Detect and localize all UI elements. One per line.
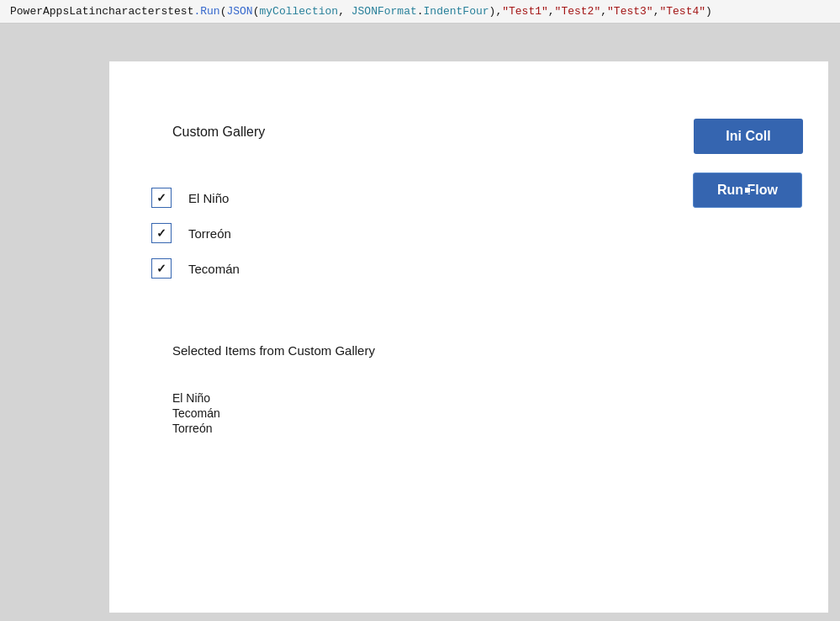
app-canvas: Custom Gallery Ini Coll Run Flow ✓ El Ni… [109, 61, 828, 613]
formula-var1: myCollection [260, 5, 339, 18]
selected-section-title: Selected Items from Custom Gallery [172, 343, 375, 358]
formula-paren3: ), [489, 5, 503, 18]
selected-section: Selected Items from Custom Gallery El Ni… [172, 343, 375, 435]
gallery-item-1: ✓ El Niño [151, 188, 240, 208]
checkmark-3: ✓ [156, 262, 166, 275]
gallery-item-3: ✓ Tecomán [151, 258, 240, 279]
ini-coll-button[interactable]: Ini Coll [694, 119, 803, 154]
formula-prefix: PowerAppsLatincharacterstest [10, 5, 193, 18]
item-label-1: El Niño [188, 191, 229, 205]
selected-item-3: Torreón [172, 422, 375, 435]
custom-gallery-label: Custom Gallery [172, 125, 265, 140]
selected-item-2: Tecomán [172, 406, 375, 420]
selected-item-1: El Niño [172, 391, 375, 405]
formula-enum-class: JSONFormat [351, 5, 417, 18]
checkmark-2: ✓ [156, 226, 166, 240]
formula-str4: "Test4" [659, 5, 705, 18]
formula-enum-val: IndentFour [424, 5, 489, 18]
formula-paren-close: ) [705, 5, 712, 18]
run-flow-button[interactable]: Run Flow [693, 172, 802, 208]
run-flow-container: Run Flow [685, 167, 810, 213]
item-label-2: Torreón [188, 226, 231, 241]
gallery-section: ✓ El Niño ✓ Torreón ✓ Tecomán [151, 188, 240, 294]
formula-str2: "Test2" [555, 5, 601, 18]
canvas-area: Custom Gallery Ini Coll Run Flow ✓ El Ni… [0, 24, 840, 615]
item-label-3: Tecomán [188, 262, 240, 276]
formula-dot2: . [417, 5, 424, 18]
gallery-item-2: ✓ Torreón [151, 223, 240, 243]
formula-comma2: , [548, 5, 555, 18]
formula-paren2: ( [253, 5, 260, 18]
checkbox-1[interactable]: ✓ [151, 188, 172, 208]
checkbox-2[interactable]: ✓ [151, 223, 172, 243]
formula-run: Run [200, 5, 219, 18]
formula-comma3: , [600, 5, 607, 18]
formula-bar: PowerAppsLatincharacterstest.Run(JSON(my… [0, 0, 840, 24]
formula-comma1: , [338, 5, 351, 18]
formula-json: JSON [226, 5, 252, 18]
checkbox-3[interactable]: ✓ [151, 258, 172, 279]
formula-str1: "Test1" [502, 5, 548, 18]
checkmark-1: ✓ [156, 191, 166, 204]
selected-items-list: El Niño Tecomán Torreón [172, 391, 375, 435]
formula-str3: "Test3" [607, 5, 653, 18]
